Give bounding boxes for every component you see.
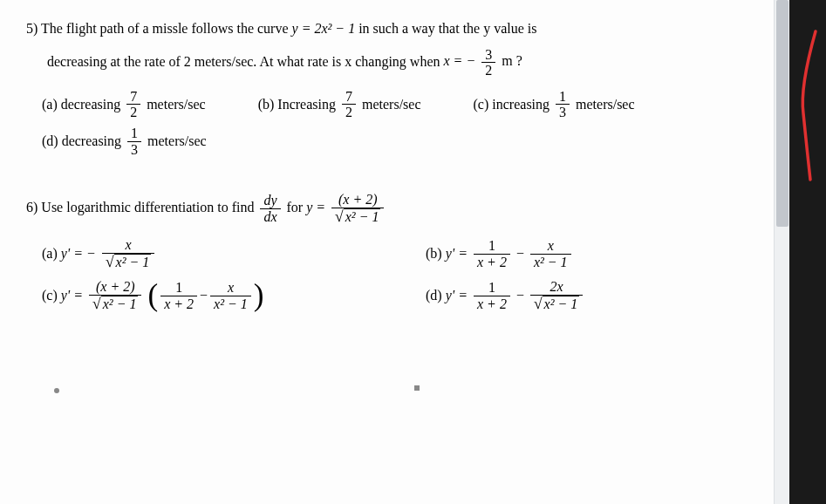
page-content: 5) The flight path of a missle follows t… [0, 0, 789, 504]
q5-option-c: (c) increasing 1 3 meters/sec [474, 89, 635, 120]
annotation-curve-icon [795, 26, 821, 183]
q5-text2: in such a way that the y value is [358, 21, 536, 36]
question-5: 5) The flight path of a missle follows t… [26, 17, 763, 40]
q6-option-b: (b) y' = 1 x + 2 − x x² − 1 [426, 237, 763, 270]
q5-options-row1: (a) decreasing 7 2 meters/sec (b) Increa… [42, 89, 763, 120]
q6-option-d: (d) y' = 1 x + 2 − 2x √ x² − 1 [426, 279, 763, 312]
q6-options: (a) y' = − x √ x² − 1 (b) y' = 1 [42, 237, 763, 312]
q5-number: 5) [26, 21, 38, 36]
q5-eq2-frac: 3 2 [481, 47, 495, 78]
q5-text3: decreasing at the rate of 2 meters/sec. … [47, 53, 440, 68]
q5-option-a: (a) decreasing 7 2 meters/sec [42, 89, 206, 120]
question-5-line2: decreasing at the rate of 2 meters/sec. … [47, 47, 763, 78]
q5-text1: The flight path of a missle follows the … [41, 21, 288, 36]
question-6: 6) Use logarithmic differentiation to fi… [26, 192, 763, 225]
sidebar-right [789, 0, 826, 504]
bullet-icon [54, 388, 59, 393]
q5-eq2: x = − 3 2 m ? [444, 53, 522, 68]
q6-option-a: (a) y' = − x √ x² − 1 [42, 237, 426, 270]
q6-rhs: (x + 2) √ x² − 1 [331, 192, 384, 225]
scrollbar-thumb[interactable] [776, 0, 788, 227]
q6-text: Use logarithmic differentiation to find [41, 200, 254, 215]
q5-options-row2: (d) decreasing 1 3 meters/sec [42, 126, 763, 157]
q6-row1: (a) y' = − x √ x² − 1 (b) y' = 1 [42, 237, 763, 270]
q6-number: 6) [26, 200, 38, 215]
q5-option-b: (b) Increasing 7 2 meters/sec [258, 89, 421, 120]
q6-row2: (c) y' = (x + 2) √ x² − 1 ( 1 x + [42, 279, 763, 312]
q5-eq1: y = 2x² − 1 [292, 21, 359, 36]
q5-option-d: (d) decreasing 1 3 meters/sec [42, 126, 763, 157]
q6-dydx: dy dx [260, 193, 280, 224]
scrollbar[interactable] [774, 0, 789, 504]
q6-option-c: (c) y' = (x + 2) √ x² − 1 ( 1 x + [42, 279, 426, 312]
square-icon [414, 385, 420, 391]
